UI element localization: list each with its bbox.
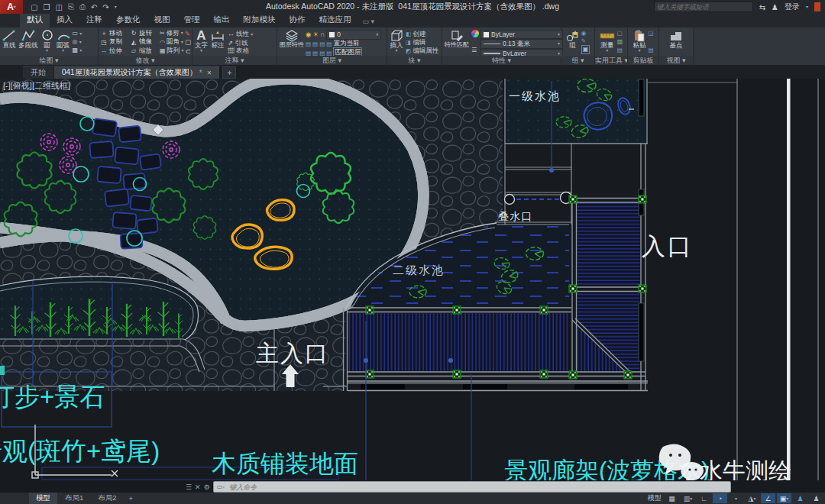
create-block-button[interactable]: ◧ 创建 xyxy=(406,30,439,38)
panel-label-annotate[interactable]: 注释 ▾ xyxy=(192,56,277,65)
fillet-button[interactable]: ◠圆角▾▢ xyxy=(160,37,189,47)
cut-clip-icon[interactable]: ▤ xyxy=(648,47,653,54)
insert-block-button[interactable]: 插入 ▾ xyxy=(389,28,404,56)
new-icon[interactable]: ▢ xyxy=(31,3,37,11)
color-wheel-icon[interactable] xyxy=(471,30,479,37)
layer-unlock-icon[interactable]: ∩ xyxy=(320,31,325,38)
tab-manage[interactable]: 管理 xyxy=(177,13,207,27)
table-button[interactable]: ▦ 表格 xyxy=(228,47,253,54)
layer-properties-button[interactable]: 图层特性 xyxy=(279,28,305,56)
circle-button[interactable]: 圆 ▾ xyxy=(40,28,55,56)
grid-toggle[interactable]: ▦ xyxy=(665,493,679,503)
rotate-button[interactable]: ↻旋转 xyxy=(130,29,159,38)
measure-button[interactable]: 测量 ▾ xyxy=(599,28,616,56)
panel-label-properties[interactable]: 特性 ▾ xyxy=(442,56,561,65)
panel-label-clipboard[interactable]: 剪贴板 xyxy=(628,56,658,65)
layer-select[interactable]: 0 ▾ xyxy=(326,30,381,40)
copy-clip-icon[interactable]: ◲ xyxy=(648,30,653,37)
exchange-icon[interactable]: ⇆ xyxy=(759,3,765,11)
drawing-canvas[interactable]: [-][俯视][二维线框] 一级水池 叠水口 二级水池 入口 主入口 汀步+景石… xyxy=(0,79,825,480)
group-select-toggle[interactable]: ▣ xyxy=(581,45,590,54)
app-store-icon[interactable] xyxy=(814,2,820,11)
tab-insert[interactable]: 插入 xyxy=(50,13,79,27)
panel-label-utilities[interactable]: 实用工具 ▾ xyxy=(595,56,627,65)
lineweight-icon[interactable]: ☰ xyxy=(471,47,479,54)
redo-icon[interactable]: ↷ xyxy=(102,3,108,11)
signin-dropdown-icon[interactable]: ▾ xyxy=(806,5,808,9)
search-input[interactable] xyxy=(654,2,753,12)
tab-collaborate[interactable]: 协作 xyxy=(283,13,312,27)
object-snap-tracking-toggle[interactable]: ∠ xyxy=(761,493,775,503)
edit-block-button[interactable]: ◨ 编辑 xyxy=(406,38,439,47)
quick-calc-icon[interactable]: ▥ xyxy=(617,38,623,46)
panel-label-view[interactable]: 视图 ▾ xyxy=(659,56,693,65)
match-properties-button[interactable]: 特性匹配 xyxy=(444,28,470,56)
tab-annotate[interactable]: 注释 xyxy=(79,13,109,27)
mirror-button[interactable]: ◭镜像 xyxy=(130,37,159,47)
polar-tracking-toggle[interactable]: ◔ xyxy=(713,493,727,503)
draw-extra-tools[interactable]: ▭ ▾ ◎ ▾ ▩ ▾ xyxy=(72,28,83,56)
layer-on-icon[interactable]: ◉ xyxy=(306,31,311,38)
text-button[interactable]: A 文字 ▾ xyxy=(194,28,209,56)
trim-button[interactable]: ✂修剪▾✎ xyxy=(160,29,189,38)
new-tab-button[interactable]: + xyxy=(222,66,236,79)
tab-default[interactable]: 默认 xyxy=(20,13,50,27)
panel-label-block[interactable]: 块 ▾ xyxy=(387,56,442,65)
layout-tab-1[interactable]: 布局1 xyxy=(58,493,90,504)
signin-button[interactable]: 登录 xyxy=(785,2,800,12)
arc-button[interactable]: 圆弧 ▾ xyxy=(56,28,71,56)
array-button[interactable]: ▦阵列▾⊂ xyxy=(160,47,189,56)
isodraft-toggle[interactable]: ◮▾ xyxy=(745,493,759,503)
annotation-visibility-toggle[interactable]: ♟ xyxy=(793,493,807,503)
annotation-scale-button[interactable]: ♟ xyxy=(809,493,823,503)
leader-button[interactable]: ⇗ 引线 xyxy=(228,39,253,47)
new-layout-button[interactable]: + xyxy=(125,494,138,502)
command-customize-icon[interactable]: ⚙ xyxy=(204,483,210,491)
panel-label-groups[interactable]: 组 ▾ xyxy=(561,56,594,65)
close-tab-icon[interactable]: ✕ xyxy=(207,69,212,76)
person-icon[interactable]: ♟ xyxy=(772,3,778,11)
object-snap-toggle[interactable]: ▣▾ xyxy=(777,493,791,503)
tab-output[interactable]: 输出 xyxy=(207,13,237,27)
file-tab-start[interactable]: 开始 xyxy=(23,66,53,79)
panel-label-modify[interactable]: 修改 ▾ xyxy=(99,56,192,65)
file-tab-drawing[interactable]: 041屋顶花园景观设计方案（含效果图）* ✕ xyxy=(54,66,219,79)
layer-thaw-icon[interactable]: ☀ xyxy=(312,31,319,38)
base-point-button[interactable]: 基点 xyxy=(668,28,684,56)
tab-parametric[interactable]: 参数化 xyxy=(109,13,147,27)
snap-toggle[interactable]: ▥▾ xyxy=(681,493,695,503)
save-icon[interactable]: ◫ xyxy=(55,3,62,11)
viewport-controls[interactable]: [-][俯视][二维线框] xyxy=(3,81,70,90)
open-icon[interactable]: ❐ xyxy=(43,3,50,11)
layout-tab-2[interactable]: 布局2 xyxy=(91,493,123,504)
ungroup-icon[interactable]: ◉ xyxy=(581,30,590,37)
paste-button[interactable]: 粘贴 ▾ xyxy=(632,28,646,56)
model-space-button[interactable]: 模型 xyxy=(646,493,663,503)
saveas-icon[interactable]: ⎘ xyxy=(68,2,74,11)
move-button[interactable]: ＋移动 xyxy=(100,29,129,38)
polar-dropdown[interactable]: ▾ xyxy=(729,493,743,503)
dimension-button[interactable]: 标注 xyxy=(209,28,226,56)
workspace-icon[interactable]: ▭ ▾ xyxy=(363,18,375,27)
quick-select-icon[interactable]: ▢ xyxy=(617,30,623,37)
command-input-bar[interactable]: ▭▾ xyxy=(213,481,731,493)
color-select[interactable]: ByLayer▾ xyxy=(480,30,563,39)
tab-addins[interactable]: 附加模块 xyxy=(237,13,283,27)
qat-dropdown-icon[interactable]: ▾ xyxy=(115,5,117,9)
line-button[interactable]: 直线 xyxy=(2,28,17,56)
group-edit-icon[interactable]: ✎ xyxy=(581,37,590,45)
command-history-icon[interactable]: ☰ xyxy=(186,483,192,491)
ortho-toggle[interactable]: ∟ xyxy=(697,493,711,503)
lineweight-select[interactable]: 0.13 毫米▾ xyxy=(480,39,563,49)
command-prompt-icon[interactable]: ▭▾ xyxy=(217,483,225,490)
scale-button[interactable]: ▱缩放 xyxy=(130,47,159,56)
plot-icon[interactable]: ⎙ xyxy=(79,2,86,11)
linear-button[interactable]: ↔ 线性 ▾ xyxy=(228,30,253,38)
polyline-button[interactable]: 多段线 xyxy=(18,28,39,56)
tab-featured[interactable]: 精选应用 xyxy=(312,13,358,27)
id-point-icon[interactable]: ▤ xyxy=(617,47,623,54)
command-close-icon[interactable]: ✕ xyxy=(195,483,201,491)
undo-icon[interactable]: ↶ xyxy=(91,3,97,11)
stretch-button[interactable]: ↔拉伸 xyxy=(100,47,129,56)
panel-label-draw[interactable]: 绘图 ▾ xyxy=(0,56,98,65)
